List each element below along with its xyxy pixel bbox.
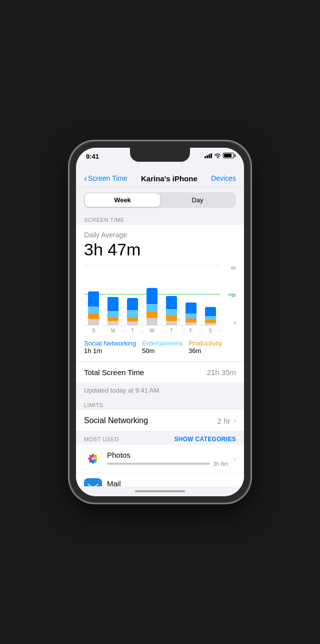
x-label-m: M — [104, 326, 123, 336]
bar-friday — [181, 302, 200, 325]
update-text: Updated today at 9:41 AM — [76, 383, 244, 398]
social-limit-chevron-icon: › — [234, 416, 236, 425]
most-used-title: MOST USED — [84, 436, 119, 442]
phone-screen: 9:41 ‹ — [76, 148, 244, 496]
bar-thursday — [162, 296, 181, 325]
legend-social: Social Networking 1h 1m — [84, 340, 136, 355]
limits-header: LIMITS — [76, 398, 244, 410]
bar-sunday — [84, 291, 104, 325]
phone-frame: 9:41 ‹ — [70, 142, 250, 502]
nav-back-label: Screen Time — [88, 174, 128, 182]
chart-bars — [84, 265, 220, 326]
home-indicator — [76, 486, 244, 496]
back-chevron-icon: ‹ — [84, 174, 87, 183]
bar-monday — [104, 297, 123, 325]
chart-legend: Social Networking 1h 1m Entertainment 50… — [84, 340, 236, 356]
nav-devices-button[interactable]: Devices — [211, 174, 236, 182]
screen-time-section-header: SCREEN TIME — [76, 213, 244, 225]
x-label-t1: T — [123, 326, 142, 336]
show-categories-button[interactable]: SHOW CATEGORIES — [174, 436, 236, 443]
photos-row-chevron-icon: › — [234, 454, 236, 463]
social-networking-limit-label: Social Networking — [84, 416, 148, 425]
legend-entertainment: Entertainment 50m — [142, 340, 182, 355]
photos-app-icon — [84, 450, 102, 468]
chart-y-axis: 6h 1h 0 — [222, 265, 236, 326]
signal-icon — [204, 153, 212, 158]
week-segment-button[interactable]: Week — [85, 193, 160, 207]
legend-productivity-value: 36m — [188, 347, 222, 355]
photos-app-row[interactable]: Photos 3h 8m › — [76, 445, 244, 473]
legend-social-value: 1h 1m — [84, 347, 136, 355]
total-screen-time-value: 21h 35m — [207, 368, 236, 377]
photos-app-info: Photos 3h 8m — [107, 451, 228, 467]
mail-app-name: Mail — [107, 479, 228, 486]
status-time: 9:41 — [86, 153, 99, 160]
limits-section: LIMITS Social Networking 2 hr › — [76, 398, 244, 432]
photos-time-label: 3h 8m — [213, 461, 228, 467]
battery-icon — [223, 153, 234, 158]
x-label-s2: S — [200, 326, 220, 336]
bar-wednesday — [142, 288, 162, 325]
y-label-1h: 1h — [231, 293, 236, 298]
social-networking-limit-value: 2 hr › — [218, 416, 236, 425]
y-label-6h: 6h — [231, 265, 236, 270]
main-content[interactable]: ‹ Screen Time Karina's iPhone Devices We… — [76, 170, 244, 486]
mail-app-row[interactable]: Mail 50m › — [76, 473, 244, 486]
x-label-w: W — [142, 326, 162, 336]
nav-title: Karina's iPhone — [141, 174, 198, 183]
legend-social-label: Social Networking — [84, 340, 136, 347]
legend-productivity-label: Productivity — [188, 340, 222, 347]
daily-avg-value: 3h 47m — [84, 240, 236, 259]
wifi-icon — [214, 153, 221, 158]
x-label-s1: S — [84, 326, 104, 336]
bar-tuesday — [123, 298, 142, 325]
bar-chart: avg — [84, 265, 236, 336]
most-used-section-header: MOST USED SHOW CATEGORIES — [76, 432, 244, 445]
mail-app-info: Mail 50m — [107, 479, 228, 486]
legend-productivity: Productivity 36m — [188, 340, 222, 355]
social-networking-limit-row[interactable]: Social Networking 2 hr › — [76, 410, 244, 432]
chart-x-labels: S M T W T F S — [84, 326, 220, 336]
segment-control[interactable]: Week Day — [84, 192, 236, 208]
photos-bar-row: 3h 8m — [107, 461, 228, 467]
notch — [130, 148, 190, 162]
mail-row-chevron-icon: › — [234, 483, 236, 486]
bar-saturday — [200, 307, 220, 325]
status-bar: 9:41 — [76, 148, 244, 170]
status-icons — [204, 153, 234, 158]
mail-app-icon — [84, 478, 102, 486]
x-label-f: F — [181, 326, 200, 336]
legend-entertainment-value: 50m — [142, 347, 182, 355]
photos-time-bar — [107, 463, 210, 465]
photos-app-name: Photos — [107, 451, 228, 459]
chart-section: Daily Average 3h 47m avg — [76, 225, 244, 362]
legend-entertainment-label: Entertainment — [142, 340, 182, 347]
nav-back-button[interactable]: ‹ Screen Time — [84, 174, 128, 183]
svg-point-10 — [92, 457, 94, 460]
daily-avg-label: Daily Average — [84, 231, 236, 239]
svg-point-0 — [217, 157, 218, 158]
y-label-0: 0 — [234, 320, 236, 326]
day-segment-button[interactable]: Day — [160, 193, 235, 207]
nav-bar: ‹ Screen Time Karina's iPhone Devices — [76, 170, 244, 187]
total-screen-time-row: Total Screen Time 21h 35m — [76, 362, 244, 383]
home-bar — [135, 490, 185, 492]
x-label-t2: T — [162, 326, 181, 336]
total-screen-time-label: Total Screen Time — [84, 368, 144, 377]
